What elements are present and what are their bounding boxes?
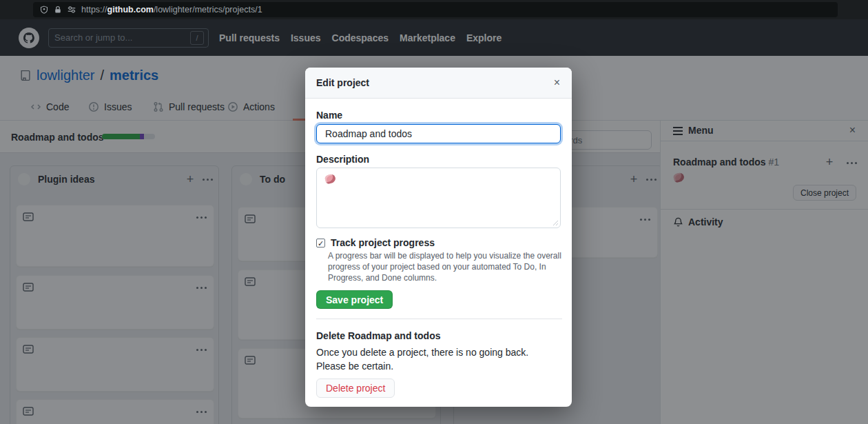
project-name-input[interactable] — [316, 124, 561, 143]
url-field[interactable]: https://github.com/lowlighter/metrics/pr… — [33, 2, 838, 17]
description-emoji — [324, 173, 337, 184]
close-modal-icon[interactable] — [554, 77, 560, 88]
name-field-label: Name — [316, 110, 342, 121]
delete-section-heading: Delete Roadmap and todos — [316, 330, 440, 341]
delete-warning-text: Once you delete a project, there is no g… — [316, 345, 544, 373]
track-progress-label: Track project progress — [331, 237, 435, 248]
github-project-page: https://github.com/lowlighter/metrics/pr… — [0, 0, 868, 424]
url-domain: github.com — [107, 5, 154, 14]
modal-header: Edit project — [305, 68, 572, 99]
edit-project-modal: Edit project Name Description Track proj… — [305, 68, 572, 407]
project-description-textarea[interactable] — [316, 168, 561, 228]
description-field-label: Description — [316, 154, 369, 165]
resize-grip-icon[interactable] — [552, 219, 558, 225]
lock-icon[interactable] — [54, 6, 62, 14]
delete-project-button[interactable]: Delete project — [316, 378, 395, 398]
track-progress-checkbox-row[interactable]: Track project progress — [316, 237, 435, 248]
url-text[interactable]: https://github.com/lowlighter/metrics/pr… — [81, 5, 262, 14]
track-progress-help-text: A progress bar will be displayed to help… — [328, 250, 562, 283]
modal-title: Edit project — [316, 77, 369, 88]
save-project-button[interactable]: Save project — [316, 290, 393, 309]
browser-address-bar: https://github.com/lowlighter/metrics/pr… — [0, 0, 868, 19]
shield-icon[interactable] — [40, 6, 48, 14]
checkbox-checked-icon[interactable] — [316, 239, 325, 248]
permissions-icon[interactable] — [68, 6, 76, 14]
modal-divider — [316, 319, 562, 319]
